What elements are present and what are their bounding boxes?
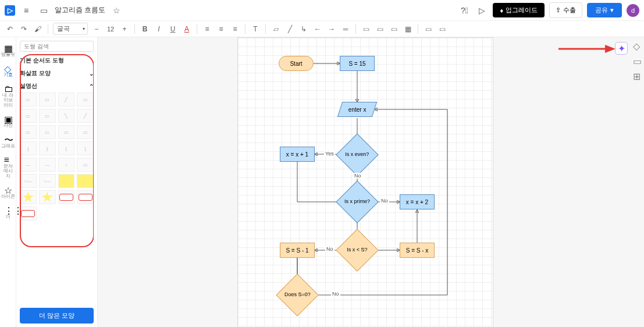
doc-title[interactable]: 알고리즘 흐름도: [55, 5, 105, 15]
rail-library[interactable]: 🗀내 라이브 러리: [1, 81, 15, 111]
shape-thumb[interactable]: [58, 190, 75, 204]
align-valign-icon[interactable]: ≡: [230, 24, 240, 34]
shape-thumb[interactable]: ○: [58, 158, 75, 172]
line-icon[interactable]: ╱: [284, 24, 295, 34]
shape-thumb[interactable]: —: [39, 158, 56, 172]
line-style-icon[interactable]: ═: [340, 24, 351, 34]
image-icon[interactable]: ▭: [389, 24, 399, 34]
share-button[interactable]: 공유 ▾: [587, 3, 622, 17]
rail-icons[interactable]: ☆아이콘: [1, 183, 15, 202]
table-icon[interactable]: ▦: [403, 24, 413, 34]
font-color-icon[interactable]: A: [182, 24, 192, 34]
node-smx[interactable]: S = S - x: [400, 243, 435, 258]
shape-thumb[interactable]: ▭: [20, 93, 37, 106]
node-start[interactable]: Start: [279, 56, 314, 71]
undo-icon[interactable]: ↶: [5, 24, 15, 34]
shape-thumb[interactable]: ○—: [39, 174, 56, 188]
node-xp1[interactable]: x = x + 1: [280, 147, 315, 162]
shape-thumb[interactable]: ╲: [58, 109, 75, 123]
rail-text[interactable]: ≡문자 메시 지: [1, 152, 15, 182]
shape-thumb[interactable]: ╱: [77, 109, 94, 123]
category-callouts[interactable]: 설명선⌃: [20, 80, 94, 93]
category-arrows[interactable]: 화살표 모양⌄: [20, 67, 94, 80]
upgrade-button[interactable]: ♦ 업그레이드: [493, 3, 545, 17]
shape-thumb[interactable]: ▭: [77, 93, 94, 106]
shape-thumb[interactable]: ▭: [77, 125, 94, 139]
right-shape-icon[interactable]: ◇: [633, 41, 641, 49]
group-icon[interactable]: ▭: [437, 24, 447, 34]
shape-thumb[interactable]: ]: [77, 141, 94, 155]
doc-icon: ▭: [37, 4, 50, 17]
export-button[interactable]: ⇪ 수출: [549, 2, 582, 18]
text-tool-icon[interactable]: T: [250, 24, 261, 34]
redo-icon[interactable]: ↷: [19, 24, 29, 34]
shape-thumb[interactable]: [39, 190, 56, 204]
node-even[interactable]: Is x even?: [336, 133, 379, 176]
edge-label-no: No: [331, 291, 340, 297]
fill-icon[interactable]: ▱: [271, 24, 281, 34]
shape-thumb[interactable]: ▭: [39, 93, 56, 106]
shape-search[interactable]: 🔍: [20, 41, 94, 52]
size-minus[interactable]: −: [91, 24, 102, 34]
node-enterx[interactable]: enter x: [337, 102, 377, 117]
rail-more[interactable]: ⋮⋮더: [1, 203, 15, 222]
shape-thumb[interactable]: ▭: [39, 125, 56, 139]
shape-thumb[interactable]: ╱: [58, 93, 75, 106]
shape-thumb[interactable]: [: [58, 141, 75, 155]
rail-templates[interactable]: ▦템플릿: [1, 41, 15, 60]
avatar[interactable]: d: [627, 4, 639, 17]
arrow-end-icon[interactable]: →: [326, 24, 337, 34]
bold-icon[interactable]: B: [140, 24, 150, 34]
align-center-icon[interactable]: ≡: [216, 24, 226, 34]
arrow-start-icon[interactable]: ←: [312, 24, 323, 34]
shape-thumb[interactable]: —: [20, 158, 37, 172]
app-logo[interactable]: ▷: [5, 5, 15, 16]
underline-icon[interactable]: U: [168, 24, 178, 34]
shape-thumb[interactable]: }: [39, 141, 56, 155]
more-shapes-button[interactable]: 더 많은 모양: [20, 308, 94, 324]
rail-charts[interactable]: 〜그래프: [1, 132, 15, 151]
rail-shapes[interactable]: ◇기호: [1, 61, 15, 80]
paper[interactable]: Start S = 15 enter x Is x even? x = x + …: [237, 37, 493, 327]
shape-thumb[interactable]: ▭: [20, 109, 37, 123]
ai-button[interactable]: ✦: [615, 42, 628, 55]
shape-thumb[interactable]: ○—: [20, 174, 37, 188]
play-icon[interactable]: ▷: [475, 4, 488, 17]
size-plus[interactable]: +: [119, 24, 130, 34]
category-basic[interactable]: 기본 순서도 도형: [20, 54, 94, 67]
canvas[interactable]: Start S = 15 enter x Is x even? x = x + …: [98, 37, 644, 327]
align-left-icon[interactable]: ≡: [202, 24, 212, 34]
container-icon[interactable]: ▭: [375, 24, 385, 34]
font-size[interactable]: 12: [105, 26, 116, 33]
font-select[interactable]: 굴곡: [53, 23, 88, 35]
right-comment-icon[interactable]: ▭: [633, 56, 641, 64]
shape-thumb[interactable]: ▭: [58, 125, 75, 139]
paint-icon[interactable]: 🖌: [33, 24, 43, 34]
shape-thumb[interactable]: [20, 190, 37, 204]
node-xp2[interactable]: x = x + 2: [400, 194, 435, 209]
layers-icon[interactable]: ▭: [423, 24, 433, 34]
connector-icon[interactable]: ↳: [298, 24, 309, 34]
edge-label-no: No: [353, 173, 362, 179]
right-grid-icon[interactable]: ⊞: [633, 71, 641, 79]
node-less[interactable]: Is x < S?: [336, 229, 379, 272]
shape-thumb[interactable]: ▭: [77, 158, 94, 172]
shape-thumb[interactable]: [77, 174, 94, 188]
node-s15[interactable]: S = 15: [340, 56, 375, 71]
node-s0[interactable]: Does S=0?: [276, 273, 319, 317]
italic-icon[interactable]: I: [154, 24, 164, 34]
search-input[interactable]: [24, 43, 98, 49]
star-icon[interactable]: ☆: [110, 4, 123, 17]
shape-thumb[interactable]: [77, 190, 94, 204]
node-prime[interactable]: Is x prime?: [336, 180, 379, 223]
shape-thumb[interactable]: [58, 174, 75, 188]
shape-thumb[interactable]: ▭: [20, 125, 37, 139]
page-icon[interactable]: ▭: [361, 24, 371, 34]
node-sm1[interactable]: S = S - 1: [280, 243, 315, 258]
shape-thumb[interactable]: [20, 207, 37, 221]
menu-icon[interactable]: ≡: [20, 4, 33, 17]
help-icon[interactable]: ?⃝: [458, 4, 471, 17]
shape-thumb[interactable]: ▭: [39, 109, 56, 123]
rail-images[interactable]: ▣사진: [1, 112, 15, 131]
shape-thumb[interactable]: {: [20, 141, 37, 155]
